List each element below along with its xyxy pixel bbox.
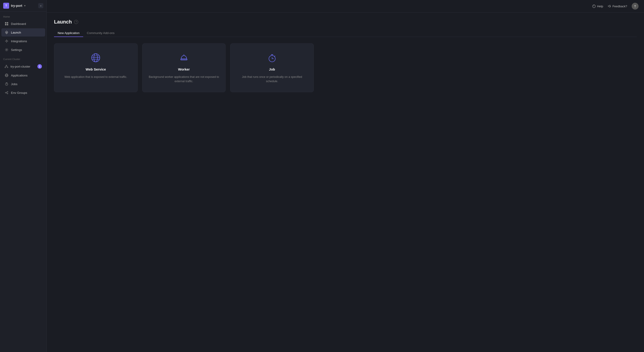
sidebar-item-dashboard[interactable]: Dashboard: [1, 20, 45, 28]
svg-line-15: [6, 66, 8, 67]
cluster-badge: 1: [37, 64, 42, 69]
home-section-label: Home: [0, 12, 46, 20]
svg-rect-3: [7, 24, 8, 25]
svg-line-39: [274, 56, 275, 57]
svg-point-5: [6, 40, 7, 42]
globe-icon: [4, 73, 9, 77]
sidebar-item-label: Settings: [11, 48, 22, 52]
sidebar-item-label: Launch: [11, 31, 21, 34]
brand-name: try-port: [11, 4, 22, 8]
sidebar-item-launch[interactable]: Launch: [1, 28, 45, 37]
card-worker[interactable]: Worker Background worker applications th…: [142, 43, 226, 92]
sidebar-item-cluster[interactable]: try-port-cluster 1: [1, 62, 45, 71]
cards-grid: Web Service Web application that is expo…: [54, 43, 314, 92]
help-button[interactable]: Help: [592, 5, 603, 8]
worker-icon: [179, 53, 189, 63]
main-content: Help Feedback? T Launch ? New Applicatio…: [47, 0, 644, 352]
web-service-desc: Web application that is exposed to exter…: [64, 75, 127, 79]
brand-dropdown-icon: ▾: [24, 4, 26, 7]
sidebar-item-label: Integrations: [11, 40, 27, 43]
svg-line-25: [6, 92, 7, 93]
svg-point-22: [5, 92, 6, 93]
sidebar-header: T try-port ▾ «: [0, 0, 46, 12]
cluster-name: try-port-cluster: [10, 65, 30, 68]
svg-point-12: [5, 67, 6, 68]
web-service-title: Web Service: [86, 67, 106, 71]
card-job[interactable]: Job Job that runs once or periodically o…: [230, 43, 314, 92]
topbar: Help Feedback? T: [47, 0, 644, 13]
integrations-icon: [4, 39, 9, 43]
feedback-button[interactable]: Feedback?: [608, 5, 627, 8]
page-content: Launch ? New Application Community Add-o…: [47, 13, 644, 352]
svg-rect-0: [5, 22, 6, 24]
svg-point-13: [7, 67, 8, 68]
collapse-sidebar-button[interactable]: «: [38, 3, 43, 8]
sidebar-item-env-groups[interactable]: Env Groups: [1, 89, 45, 97]
sidebar-brand[interactable]: T try-port ▾: [3, 3, 26, 9]
card-web-service[interactable]: Web Service Web application that is expo…: [54, 43, 138, 92]
svg-rect-2: [5, 24, 6, 25]
svg-rect-32: [181, 59, 187, 60]
svg-point-28: [594, 7, 594, 7]
cluster-icon: [4, 65, 8, 68]
feedback-label: Feedback?: [612, 5, 627, 8]
job-desc: Job that runs once or periodically on a …: [237, 75, 307, 84]
tab-new-application[interactable]: New Application: [54, 30, 83, 37]
env-icon: [4, 91, 9, 95]
svg-point-23: [7, 91, 8, 92]
svg-line-14: [5, 66, 6, 67]
tab-community-add-ons[interactable]: Community Add-ons: [83, 30, 118, 37]
svg-point-10: [6, 49, 7, 51]
dashboard-icon: [4, 22, 9, 26]
launch-icon: [4, 30, 9, 35]
worker-desc: Background worker applications that are …: [149, 75, 219, 84]
tabs: New Application Community Add-ons: [54, 30, 637, 37]
sidebar: T try-port ▾ « Home Dashboard Launch: [0, 0, 47, 352]
help-label: Help: [597, 5, 603, 8]
page-title: Launch: [54, 19, 72, 25]
job-title: Job: [269, 67, 275, 71]
sidebar-item-jobs[interactable]: Jobs: [1, 80, 45, 88]
worker-title: Worker: [178, 67, 190, 71]
web-service-icon: [91, 53, 101, 63]
user-avatar[interactable]: T: [632, 3, 638, 10]
megaphone-icon: [608, 5, 611, 8]
sidebar-item-applications[interactable]: Applications: [1, 71, 45, 79]
svg-rect-1: [7, 22, 8, 24]
jobs-icon: [4, 82, 9, 86]
settings-icon: [4, 48, 9, 52]
brand-avatar: T: [3, 3, 9, 9]
sidebar-item-label: Dashboard: [11, 22, 26, 26]
help-icon: [592, 5, 596, 8]
job-icon: [267, 53, 277, 63]
sidebar-item-integrations[interactable]: Integrations: [1, 37, 45, 45]
svg-point-11: [6, 65, 7, 66]
svg-point-4: [6, 32, 7, 33]
sidebar-item-settings[interactable]: Settings: [1, 46, 45, 54]
page-help-icon[interactable]: ?: [74, 20, 78, 24]
svg-point-27: [592, 5, 596, 8]
page-header: Launch ?: [54, 19, 637, 25]
sidebar-item-label: Env Groups: [11, 91, 27, 94]
svg-point-24: [7, 93, 8, 94]
sidebar-item-label: Jobs: [11, 82, 18, 86]
sidebar-item-label: Applications: [11, 74, 28, 77]
cluster-section-label: Current Cluster: [0, 54, 46, 62]
svg-line-26: [6, 93, 7, 93]
